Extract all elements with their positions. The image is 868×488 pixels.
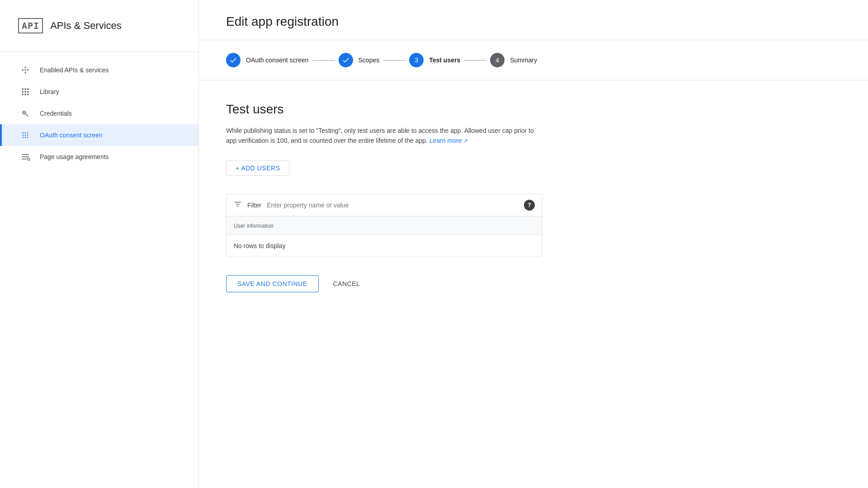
svg-point-3 [22,69,24,70]
section-title: Test users [226,102,841,117]
step-scopes: Scopes [339,53,380,67]
table-empty-row: No rows to display [226,235,542,257]
learn-more-link[interactable]: Learn more ↗ [429,137,468,144]
add-users-button[interactable]: + ADD USERS [226,160,289,176]
api-logo: API [18,18,43,33]
sidebar-item-library[interactable]: Library [0,81,198,103]
svg-point-17 [23,132,24,134]
step-indicator-scopes [339,53,353,67]
description-text: While publishing status is set to "Testi… [226,127,534,144]
svg-line-15 [26,114,28,117]
action-buttons: SAVE AND CONTINUE CANCEL [226,275,841,292]
learn-more-text: Learn more [429,137,462,144]
main-content: Edit app registration OAuth consent scre… [199,0,868,488]
page-usage-icon [20,151,31,162]
sidebar-item-credentials[interactable]: Credentials [0,103,198,124]
credentials-icon [20,108,31,119]
step-oauth-consent: OAuth consent screen [226,53,309,67]
page-header: Edit app registration [199,0,868,40]
filter-input[interactable] [267,202,519,209]
step-connector-3 [464,60,486,61]
step-label-scopes: Scopes [359,56,380,64]
svg-point-16 [24,112,25,113]
sidebar-item-page-usage[interactable]: Page usage agreements [0,146,198,168]
step-label-summary: Summary [510,56,537,64]
sidebar-item-label-enabled-apis: Enabled APIs & services [40,66,109,74]
svg-point-24 [25,137,26,138]
stepper: OAuth consent screen Scopes 3 [199,40,868,80]
svg-point-22 [27,135,28,136]
svg-point-0 [24,69,26,70]
sidebar-item-label-page-usage: Page usage agreements [40,153,109,160]
sidebar-item-label-oauth: OAuth consent screen [40,131,103,139]
svg-rect-7 [27,89,28,90]
svg-rect-6 [24,89,26,90]
svg-rect-9 [24,91,26,92]
sidebar-header: API APIs & Services [0,18,198,52]
step-label-oauth: OAuth consent screen [246,56,309,64]
enabled-apis-icon [20,65,31,75]
svg-point-2 [24,72,26,73]
section-description: While publishing status is set to "Testi… [226,126,542,146]
svg-point-4 [27,69,28,70]
svg-point-23 [23,137,24,138]
sidebar: API APIs & Services Enabled [0,0,199,488]
sidebar-item-enabled-apis[interactable]: Enabled APIs & services [0,59,198,81]
svg-rect-11 [22,94,24,95]
content-area: Test users While publishing status is se… [199,80,868,314]
sidebar-title: APIs & Services [50,20,122,32]
sidebar-item-label-library: Library [40,88,59,95]
step-connector-2 [383,60,406,61]
step-indicator-test-users: 3 [409,53,424,67]
step-summary: 4 Summary [490,53,537,67]
svg-point-25 [27,137,28,138]
svg-rect-13 [27,94,28,95]
users-table-container: Filter ? User information No rows to dis… [226,194,542,257]
svg-point-20 [23,135,24,136]
svg-point-21 [25,135,26,136]
main-layout: API APIs & Services Enabled [0,0,868,488]
step-indicator-oauth [226,53,241,67]
svg-rect-8 [22,91,24,92]
sidebar-nav: Enabled APIs & services [0,56,198,171]
svg-point-19 [27,132,28,134]
sidebar-divider [0,52,198,52]
page-title: Edit app registration [226,14,841,29]
svg-rect-12 [24,94,26,95]
svg-line-30 [29,160,30,161]
save-and-continue-button[interactable]: SAVE AND CONTINUE [226,275,319,292]
table-header-user-info: User information [234,223,274,229]
help-icon[interactable]: ? [524,200,535,211]
step-label-test-users: Test users [429,56,460,64]
table-header-row: User information [226,216,542,235]
external-link-icon: ↗ [463,138,468,144]
filter-icon [234,200,242,210]
sidebar-item-oauth-consent[interactable]: OAuth consent screen [0,124,198,146]
app-container: API APIs & Services Enabled [0,0,868,488]
cancel-button[interactable]: CANCEL [322,276,371,292]
svg-rect-10 [27,91,28,92]
table-empty-text: No rows to display [234,242,285,249]
oauth-icon [20,130,31,141]
step-connector-1 [312,60,335,61]
svg-rect-5 [22,89,24,90]
step-indicator-summary: 4 [490,53,505,67]
sidebar-item-label-credentials: Credentials [40,110,72,117]
filter-row: Filter ? [226,194,542,216]
filter-label: Filter [247,202,261,209]
step-test-users: 3 Test users [409,53,460,67]
svg-point-1 [24,67,26,68]
svg-point-18 [25,132,26,134]
library-icon [20,86,31,97]
